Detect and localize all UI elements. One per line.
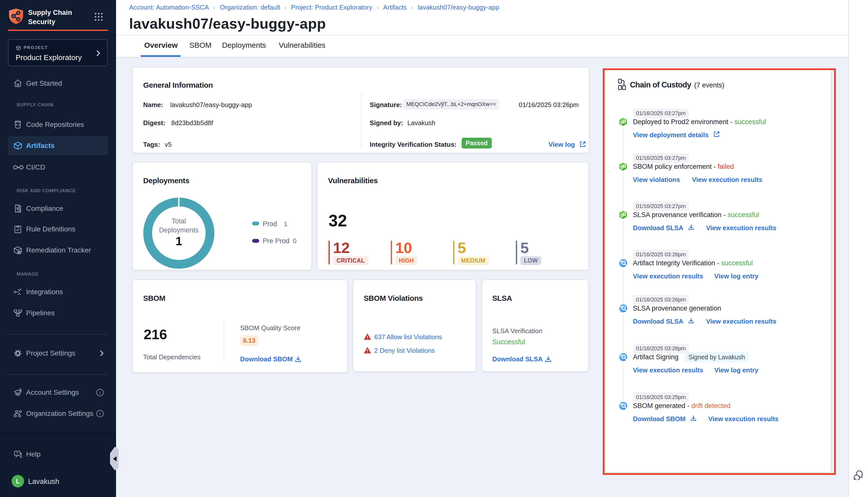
svg-text:?: ? <box>16 451 18 455</box>
